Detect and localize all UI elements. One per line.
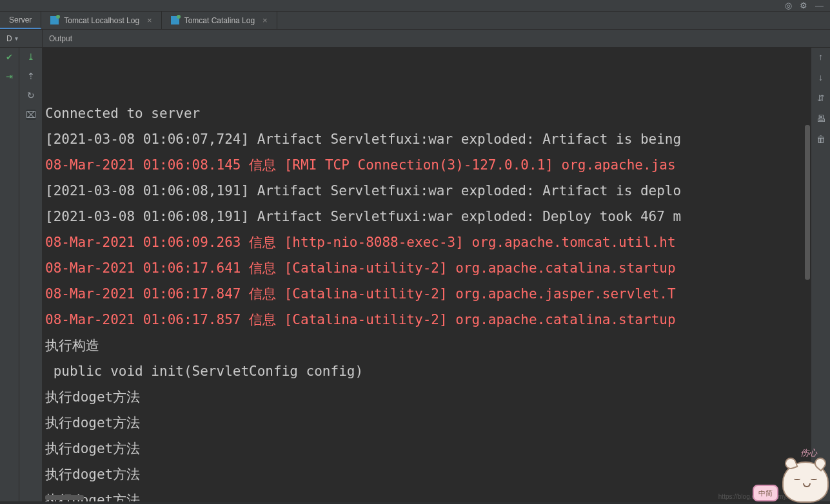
output-header: D ▾ Output (0, 30, 830, 48)
minimize-icon[interactable]: — (815, 1, 824, 10)
console-line: Connected to server (43, 101, 811, 126)
step-icon[interactable]: ⇥ (5, 71, 15, 81)
arrow-down-icon[interactable]: ↓ (818, 72, 823, 82)
console-right-gutter: ↑ ↓ ⇵ 🖶 🗑 (811, 48, 830, 501)
tomcat-icon (50, 16, 59, 24)
console-line: 08-Mar-2021 01:06:17.847 信息 [Catalina-ut… (43, 281, 811, 307)
console-line: public void init(ServletConfig config) (43, 358, 811, 384)
run-gutter: ✔ ⇥ (0, 48, 19, 501)
horizontal-scrollbar[interactable] (45, 495, 84, 500)
tab-catalina-log[interactable]: Tomcat Catalina Log × (162, 12, 277, 29)
console-line: 执行doget方法 (43, 436, 811, 461)
mascot-tag: 伤心 (800, 447, 817, 459)
print-icon[interactable]: 🖶 (816, 113, 825, 124)
console-gutter: ⤓ ⇡ ↻ ⌧ (19, 48, 43, 501)
globe-icon[interactable]: ◎ (785, 1, 792, 10)
debug-label: D (6, 34, 12, 43)
tab-server[interactable]: Server (0, 12, 41, 29)
console-line: 执行构造 (43, 333, 811, 358)
compare-icon[interactable]: ⇵ (817, 93, 825, 103)
tab-localhost-log[interactable]: Tomcat Localhost Log × (41, 12, 161, 29)
vertical-scrollbar[interactable] (805, 125, 810, 280)
debug-dropdown[interactable]: D ▾ (0, 30, 43, 47)
chevron-down-icon: ▾ (15, 35, 18, 42)
mascot-bubble: 中简 (753, 485, 778, 501)
tomcat-icon (171, 16, 179, 24)
console-line: 执行doget方法 (43, 487, 811, 501)
console-line: 执行doget方法 (43, 384, 811, 410)
tool-tabs: Server Tomcat Localhost Log × Tomcat Cat… (0, 12, 830, 30)
check-icon[interactable]: ✔ (5, 52, 15, 62)
tab-label: Tomcat Localhost Log (64, 16, 139, 25)
mascot-decoration: 伤心 中简 (767, 451, 829, 503)
tab-label: Tomcat Catalina Log (184, 16, 255, 25)
mascot-body (782, 461, 829, 503)
status-bar (0, 501, 830, 504)
console-line: 执行doget方法 (43, 461, 811, 487)
close-icon[interactable]: × (147, 15, 152, 25)
close-icon[interactable]: × (262, 15, 268, 25)
console-line: [2021-03-08 01:06:08,191] Artifact Servl… (43, 178, 811, 204)
soft-wrap-icon[interactable]: ⌧ (26, 110, 36, 120)
output-label: Output (43, 34, 72, 43)
console-line: 执行doget方法 (43, 410, 811, 436)
console-line: 08-Mar-2021 01:06:08.145 信息 [RMI TCP Con… (43, 152, 811, 178)
arrow-up-icon[interactable]: ↑ (818, 52, 823, 62)
gear-icon[interactable]: ⚙ (800, 1, 807, 10)
console-line: 08-Mar-2021 01:06:09.263 信息 [http-nio-80… (43, 229, 811, 255)
console-output[interactable]: Connected to server[2021-03-08 01:06:07,… (43, 48, 811, 501)
console-line: [2021-03-08 01:06:08,191] Artifact Servl… (43, 204, 811, 229)
console-line: 08-Mar-2021 01:06:17.857 信息 [Catalina-ut… (43, 307, 811, 333)
reload-icon[interactable]: ↻ (26, 90, 36, 101)
tab-label: Server (9, 15, 32, 24)
trash-icon[interactable]: 🗑 (816, 134, 825, 144)
up-icon[interactable]: ⇡ (26, 71, 36, 81)
console-line: [2021-03-08 01:06:07,724] Artifact Servl… (43, 126, 811, 152)
main-area: ✔ ⇥ ⤓ ⇡ ↻ ⌧ Connected to server[2021-03-… (0, 48, 830, 501)
window-topbar: ◎ ⚙ — (0, 0, 830, 12)
console-line: 08-Mar-2021 01:06:17.641 信息 [Catalina-ut… (43, 255, 811, 281)
restart-icon[interactable]: ⤓ (26, 52, 36, 62)
